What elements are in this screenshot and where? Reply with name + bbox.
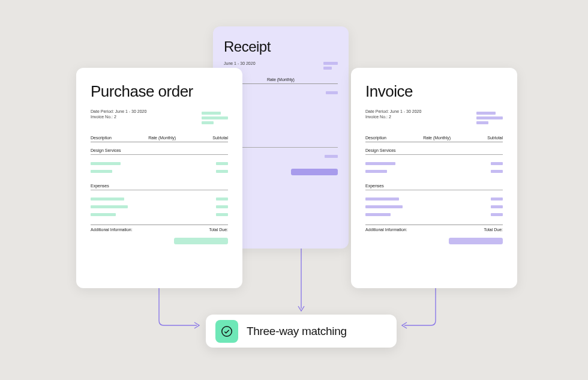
po-expenses: Expenses	[91, 178, 228, 190]
placeholder-bars	[91, 190, 228, 221]
placeholder-button	[291, 169, 338, 175]
placeholder-bars	[476, 110, 503, 126]
po-design: Design Services	[91, 142, 228, 155]
arrow-po	[157, 288, 205, 336]
svg-point-0	[222, 326, 232, 336]
receipt-title: Receipt	[224, 38, 338, 55]
placeholder-bars	[365, 190, 503, 221]
inv-footer: Additional Information: Total Due:	[365, 225, 503, 232]
placeholder-bars	[365, 155, 503, 178]
arrow-receipt	[297, 249, 305, 315]
po-cols: Description Rate (Monthly) Subtotal	[91, 132, 228, 142]
placeholder-button	[449, 238, 503, 244]
receipt-date: June 1 - 30 2020	[224, 61, 338, 65]
po-footer: Additional Information: Total Due:	[91, 225, 228, 232]
invoice-card: Invoice Date Period: June 1 - 30 2020 In…	[351, 68, 517, 288]
purchase-order-card: Purchase order Date Period: June 1 - 30 …	[76, 68, 242, 288]
placeholder-button	[174, 238, 228, 244]
po-title: Purchase order	[91, 82, 228, 101]
check-icon	[215, 320, 238, 343]
inv-expenses: Expenses	[365, 178, 503, 190]
inv-design: Design Services	[365, 142, 503, 155]
result-box: Three-way matching	[206, 315, 397, 348]
result-label: Three-way matching	[247, 325, 347, 338]
arrow-inv	[400, 288, 448, 336]
inv-title: Invoice	[365, 82, 503, 101]
placeholder-bars	[323, 60, 338, 71]
placeholder-bars	[91, 155, 228, 178]
placeholder-bars	[202, 110, 228, 126]
inv-cols: Description Rate (Monthly) Subtotal	[365, 132, 503, 142]
